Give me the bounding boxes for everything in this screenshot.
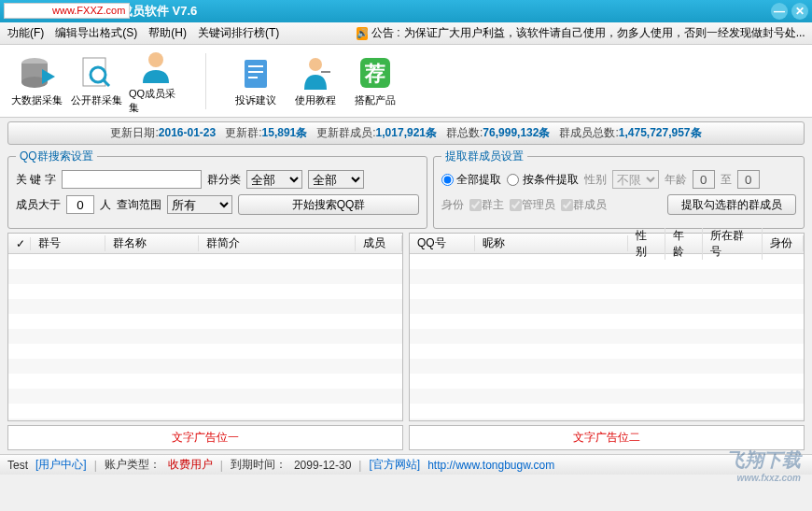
status-user: Test [7,459,28,472]
extract-button[interactable]: 提取勾选群的群成员 [667,194,796,215]
close-button[interactable]: ✕ [791,3,808,20]
window-controls: — ✕ [771,3,808,20]
tool-public[interactable]: 公开群采集 [67,50,125,111]
recommend-icon: 荐 [357,54,394,92]
col-check[interactable]: ✓ [8,237,31,250]
search-button[interactable]: 开始搜索QQ群 [238,194,419,215]
membergt-label: 成员大于 [16,197,61,213]
svg-rect-13 [321,71,330,73]
menu-func[interactable]: 功能(F) [7,25,44,41]
stats-newmember-val: 1,017,921条 [376,126,437,139]
member-table: QQ号 昵称 性别 年龄 所在群号 身份 [409,233,805,421]
menu-rank[interactable]: 关键词排行榜(T) [198,25,279,41]
membergt-unit: 人 [100,197,111,213]
search-settings-panel: QQ群搜索设置 关 键 字 群分类 全部 全部 成员大于 人 查询范围 所有 开… [7,149,427,229]
minimize-button[interactable]: — [771,3,788,20]
age-to-input[interactable] [737,170,760,189]
ad-slot-2[interactable]: 文字广告位二 [409,425,805,450]
scope-select[interactable]: 所有 [167,195,232,214]
user-center-link[interactable]: [用户中心] [35,457,87,473]
acct-label: 账户类型： [105,457,161,473]
membergt-input[interactable] [66,195,94,214]
age-label: 年龄 [665,172,687,188]
category-label: 群分类 [207,172,241,188]
official-site-url[interactable]: http://www.tongbugw.com [427,459,554,472]
svg-text:荐: 荐 [364,62,385,85]
gender-select[interactable]: 不限 [612,170,659,189]
ad-slot-1[interactable]: 文字广告位一 [7,425,403,450]
person-icon [137,48,175,85]
menu-help[interactable]: 帮助(H) [148,25,187,41]
menu-edit[interactable]: 编辑导出格式(S) [55,25,137,41]
extract-legend: 提取群成员设置 [441,149,527,164]
category-select-1[interactable]: 全部 [246,170,302,189]
keyword-input[interactable] [62,170,202,189]
group-table: ✓ 群号 群名称 群简介 成员 [7,233,403,421]
gender-label: 性别 [584,172,607,188]
watermark-badge: 飞翔下载 www.FXXZ.com [4,3,130,19]
stats-newmember-label: 更新群成员: [316,126,375,139]
stats-grouptotal-label: 群总数: [446,126,483,139]
document-search-icon [77,54,115,92]
svg-rect-8 [245,60,267,88]
official-site-label[interactable]: [官方网站] [369,457,420,473]
member-table-body[interactable] [410,254,804,420]
stats-update-label: 更新日期: [110,126,158,139]
stats-newgroup-val: 15,891条 [262,126,308,139]
stats-newgroup-label: 更新群: [225,126,261,139]
role-member-wrap[interactable]: 群成员 [561,197,607,213]
col-nick[interactable]: 昵称 [475,235,628,251]
speaker-icon: 🔊 [357,27,368,40]
role-admin-cb[interactable] [510,199,522,211]
tool-match-label: 搭配产品 [355,93,396,107]
radio-all[interactable] [441,174,454,186]
col-age[interactable]: 年龄 [665,228,703,260]
tool-qq[interactable]: QQ成员采集 [127,44,185,119]
role-owner-cb[interactable] [469,199,482,211]
tool-bigdata[interactable]: 大数据采集 [7,50,65,111]
col-id[interactable]: 群号 [31,235,105,251]
age-to-label: 至 [721,172,732,188]
announcement: 🔊 公告 : 为保证广大用户利益，该软件请自己使用，勿多人使用，否则一经发现做封… [357,25,805,41]
teacher-icon [297,54,334,92]
group-table-body[interactable] [8,254,402,420]
menu-bar: 功能(F) 编辑导出格式(S) 帮助(H) 关键词排行榜(T) 🔊 公告 : 为… [0,22,812,45]
radio-all-wrap[interactable]: 全部提取 [441,172,501,188]
radio-cond-wrap[interactable]: 按条件提取 [507,172,578,188]
tool-match[interactable]: 荐 搭配产品 [346,50,404,111]
member-table-header: QQ号 昵称 性别 年龄 所在群号 身份 [410,234,804,254]
col-intro[interactable]: 群简介 [199,235,356,251]
role-member-cb[interactable] [561,199,573,211]
col-gender[interactable]: 性别 [628,228,665,260]
radio-cond[interactable] [507,174,519,186]
svg-marker-3 [42,69,55,84]
watermark-label: 飞翔下载 [8,5,49,16]
col-name[interactable]: 群名称 [105,235,199,251]
svg-rect-11 [248,77,258,78]
acct-val: 收费用户 [168,457,213,473]
toolbar-separator [205,53,206,109]
category-select-2[interactable]: 全部 [308,170,364,189]
col-qq[interactable]: QQ号 [410,235,475,251]
tool-public-label: 公开群采集 [71,93,122,107]
status-bar: Test[用户中心] | 账户类型：收费用户 | 到期时间：2099-12-30… [0,454,812,475]
database-icon [18,54,55,92]
tool-tutorial[interactable]: 使用教程 [287,50,344,111]
col-role[interactable]: 身份 [763,235,804,251]
role-label: 身份 [441,197,464,213]
title-bar: 飞翔下载 www.FXXZ.com 群成员软件 V7.6 — ✕ [0,0,812,22]
tool-bigdata-label: 大数据采集 [11,93,63,107]
stats-bar: 更新日期:2016-01-23 更新群:15,891条 更新群成员:1,017,… [7,121,805,145]
stats-membertotal-val: 1,475,727,957条 [619,126,702,139]
role-admin-wrap[interactable]: 管理员 [510,197,555,213]
age-from-input[interactable] [693,170,715,189]
svg-point-12 [309,58,322,71]
col-members[interactable]: 成员 [356,235,402,251]
tool-tutorial-label: 使用教程 [295,93,336,107]
stats-update-val: 2016-01-23 [159,126,216,139]
tool-complain[interactable]: 投诉建议 [227,50,285,111]
svg-rect-10 [248,71,263,73]
col-group[interactable]: 所在群号 [703,228,763,260]
role-owner-wrap[interactable]: 群主 [469,197,504,213]
stats-grouptotal-val: 76,999,132条 [483,126,550,139]
